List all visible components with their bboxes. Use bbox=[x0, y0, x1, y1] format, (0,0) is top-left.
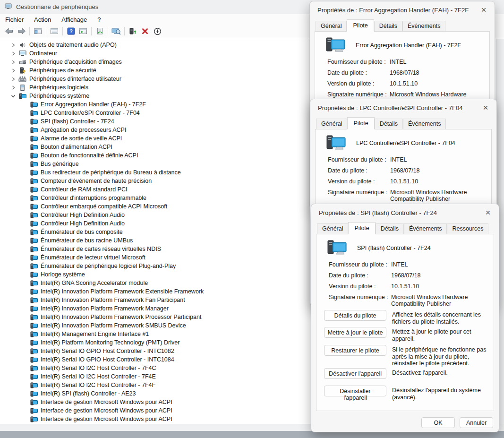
tree-item-label: Bouton d'alimentation ACPI bbox=[41, 144, 112, 150]
field-row: Date du pilote : 1968/07/18 bbox=[316, 166, 491, 177]
help-button[interactable]: ? bbox=[65, 26, 77, 37]
tab-details[interactable]: Détails bbox=[376, 223, 404, 234]
tab-evenements[interactable]: Événements bbox=[404, 223, 447, 234]
system-device-icon bbox=[30, 322, 38, 329]
tab-details[interactable]: Détails bbox=[374, 21, 402, 31]
menu-action[interactable]: Action bbox=[29, 14, 56, 25]
forward-button[interactable] bbox=[15, 26, 27, 37]
field-value: 10.1.51.10 bbox=[391, 283, 487, 290]
scan-hardware-changes-icon bbox=[96, 27, 104, 35]
action-row: Désinstaller l'appareil Désinstallez l'a… bbox=[316, 386, 494, 401]
system-device-icon bbox=[30, 373, 38, 380]
system-device-icon bbox=[30, 152, 38, 159]
system-device-icon bbox=[30, 356, 38, 363]
dialog-title: Propriétés de : LPC Controller/eSPI Cont… bbox=[318, 104, 462, 112]
update-driver-button[interactable]: Mettre à jour le pilote bbox=[324, 327, 386, 338]
tab-pilote[interactable]: Pilote bbox=[347, 19, 374, 32]
action-pane-button[interactable] bbox=[77, 26, 89, 37]
tree-item-label: Énumérateur de cartes réseau virtuelles … bbox=[41, 246, 161, 252]
system-device-icon bbox=[30, 178, 38, 184]
action-pane-icon bbox=[79, 27, 87, 35]
device-name: SPI (flash) Controller - 7F24 bbox=[357, 245, 431, 251]
toolbar-separator bbox=[108, 27, 108, 35]
tree-item-label: Intel(R) Serial IO GPIO Host Controller … bbox=[41, 356, 174, 363]
chevron-right-icon[interactable] bbox=[10, 86, 16, 90]
chevron-right-icon[interactable] bbox=[10, 77, 16, 81]
driver-details-button[interactable]: Détails du pilote bbox=[324, 310, 386, 321]
system-device-icon bbox=[30, 331, 38, 337]
tab-pilote[interactable]: Pilote bbox=[348, 222, 375, 234]
system-device-icon bbox=[30, 314, 38, 320]
tab-general[interactable]: Général bbox=[316, 119, 347, 129]
field-row: Date du pilote : 1968/07/18 bbox=[316, 271, 494, 282]
system-device-icon bbox=[30, 110, 38, 116]
dialog-footer: OK Annuler bbox=[421, 417, 493, 428]
tree-item-label: Interface de gestion Microsoft Windows p… bbox=[41, 399, 172, 405]
system-device-icon bbox=[30, 101, 38, 108]
tab-pilote[interactable]: Pilote bbox=[347, 117, 374, 129]
tab-evenements[interactable]: Événements bbox=[402, 21, 445, 31]
properties-button[interactable] bbox=[48, 26, 60, 37]
field-label: Version du pilote : bbox=[327, 80, 390, 87]
action-row: Détails du pilote Affichez les détails c… bbox=[316, 310, 494, 325]
tree-item-label: Intel(R) Platform Monitoring Technology … bbox=[41, 339, 179, 346]
cancel-button[interactable]: Annuler bbox=[460, 417, 493, 428]
roll-back-driver-button[interactable]: Restaurer le pilote bbox=[324, 345, 386, 356]
field-label: Fournisseur du pilote : bbox=[327, 59, 390, 65]
tree-item-label: Contrôleur High Definition Audio bbox=[41, 220, 125, 227]
tree-item-label: Contrôleur embarqué compatible ACPI Micr… bbox=[41, 203, 167, 210]
speaker-icon bbox=[18, 42, 26, 49]
dialog-title: Propriétés de : SPI (flash) Controller -… bbox=[319, 209, 437, 216]
field-row: Date du pilote : 1968/07/18 bbox=[315, 68, 489, 79]
disable-device-button[interactable]: Désactiver l'appareil bbox=[324, 368, 386, 379]
chevron-down-icon[interactable] bbox=[10, 94, 16, 98]
action-row: Restaurer le pilote Si le périphérique n… bbox=[316, 345, 494, 367]
tree-item-label: Intel(R) SPI (flash) Controller - AE23 bbox=[41, 390, 136, 397]
screen: Gestionnaire de périphériques Fichier Ac… bbox=[0, 0, 504, 438]
field-label: Date du pilote : bbox=[327, 69, 390, 76]
forward-icon bbox=[17, 27, 26, 35]
disable-device-button[interactable] bbox=[151, 26, 163, 37]
tree-item-label: Périphériques logiciels bbox=[29, 84, 88, 91]
close-icon[interactable]: × bbox=[481, 104, 490, 111]
tab-evenements[interactable]: Événements bbox=[403, 119, 446, 129]
back-button[interactable] bbox=[3, 26, 15, 37]
disable-device-icon bbox=[154, 27, 162, 35]
tree-item-label: Intel(R) Innovation Platform Framework P… bbox=[41, 314, 201, 320]
tab-general[interactable]: Général bbox=[316, 21, 347, 31]
console-tree-button[interactable] bbox=[32, 26, 44, 37]
close-icon[interactable]: × bbox=[484, 209, 492, 216]
field-row: Fournisseur du pilote : INTEL bbox=[316, 155, 491, 166]
tree-item-label: SPI (flash) Controller - 7F24 bbox=[41, 118, 114, 125]
tab-ressources[interactable]: Ressources bbox=[447, 223, 488, 234]
ok-button[interactable]: OK bbox=[421, 417, 455, 428]
chevron-right-icon[interactable] bbox=[10, 52, 16, 56]
scan-hardware-changes-button[interactable] bbox=[94, 26, 106, 37]
field-value: 1968/07/18 bbox=[390, 69, 483, 76]
update-driver-button[interactable] bbox=[127, 26, 139, 37]
uninstall-device-button[interactable] bbox=[139, 26, 151, 37]
field-label: Date du pilote : bbox=[328, 167, 390, 174]
tab-details[interactable]: Détails bbox=[375, 119, 403, 129]
field-row: Version du pilote : 10.1.51.10 bbox=[316, 282, 494, 292]
search-computer-button[interactable] bbox=[110, 26, 122, 37]
system-device-icon bbox=[30, 144, 38, 150]
field-label: Fournisseur du pilote : bbox=[329, 261, 391, 268]
tree-item-label: Périphériques d'interface utilisateur bbox=[29, 76, 121, 82]
computer-icon bbox=[18, 50, 26, 57]
tab-general[interactable]: Général bbox=[317, 223, 348, 234]
tree-item-label: Compteur d'événement de haute précision bbox=[41, 178, 152, 184]
menu-fichier[interactable]: Fichier bbox=[0, 14, 29, 25]
tree-item-label: Intel(R) GNA Scoring Accelerator module bbox=[41, 280, 148, 286]
menu-affichage[interactable]: Affichage bbox=[56, 14, 92, 25]
close-icon[interactable]: × bbox=[479, 7, 488, 13]
tree-item-label: Intel(R) Management Engine Interface #1 bbox=[41, 331, 149, 337]
chevron-right-icon[interactable] bbox=[10, 60, 16, 64]
field-label: Date du pilote : bbox=[329, 272, 391, 279]
chevron-right-icon[interactable] bbox=[10, 43, 16, 47]
menu-help[interactable]: ? bbox=[92, 14, 106, 25]
uninstall-device-button[interactable]: Désinstaller l'appareil bbox=[324, 386, 386, 396]
imaging-device-icon bbox=[18, 59, 26, 65]
back-icon bbox=[5, 27, 14, 35]
chevron-right-icon[interactable] bbox=[10, 69, 16, 73]
